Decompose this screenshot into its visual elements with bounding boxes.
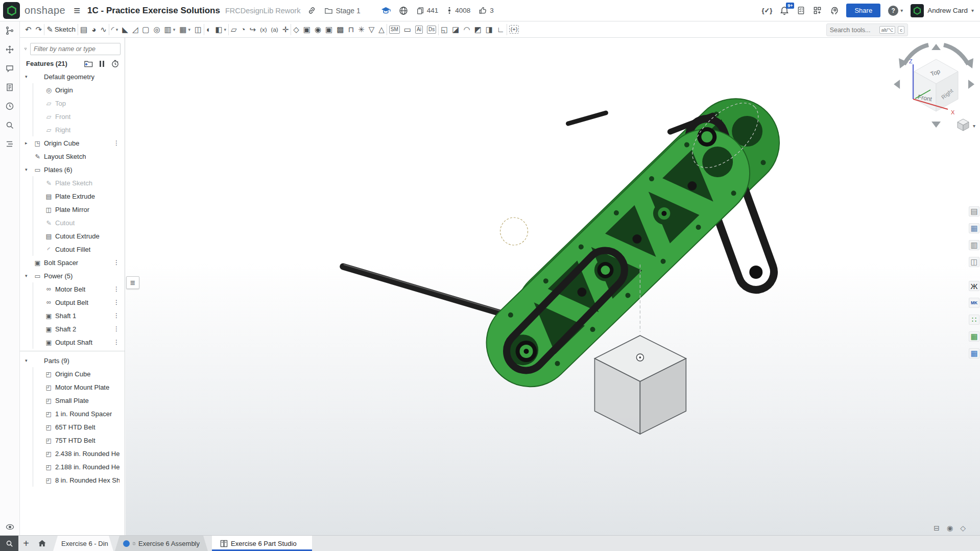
tree-row[interactable]: ◰ 8 in. Rounded Hex Shaft [20,473,125,487]
likes-stat[interactable]: 3 [479,6,494,15]
view-options-cube-icon[interactable] [958,119,969,131]
tree-row[interactable]: ◫ Plate Mirror [20,203,125,216]
measure-icon[interactable]: △ [376,23,387,36]
view-cube[interactable]: Top Front Right Z X [894,44,975,131]
chamfer-icon[interactable]: ◣ [120,23,130,36]
filter-feature-icon[interactable]: ▽ [367,23,377,36]
variable-icon[interactable]: (x) [258,23,269,36]
link-icon[interactable] [307,6,316,15]
tab-exercise6-part-studio[interactable]: Exercise 6 Part Studio [212,536,312,551]
tree-row[interactable]: ▾ ▭ Power (5) [20,269,125,282]
folder-name[interactable]: Stage 1 [336,7,360,15]
bolt-feature-icon[interactable]: ▣ [301,23,313,36]
standoff-shaft-2[interactable] [568,113,606,124]
tree-row[interactable]: ▱ Right [20,123,125,136]
rollback-bar-handle[interactable]: ≣ [126,276,139,289]
new-folder-icon[interactable] [84,60,93,68]
dots-app-icon[interactable]: ∷ [969,315,979,325]
view-options-caret-icon[interactable]: ▾ [973,123,975,129]
suspend-updates-icon[interactable] [100,61,104,67]
columns-panel-icon[interactable]: ◫ [969,257,979,267]
frame-icon[interactable]: ⊓ [346,23,356,36]
tree-row[interactable]: ◰ Motor Mount Plate [20,380,125,394]
sweep-icon[interactable]: ∿ [98,23,109,36]
tree-row[interactable]: ▤ Plate Extrude [20,189,125,203]
mate-connector-icon[interactable]: ✛ [280,23,291,36]
sheet-metal-icon[interactable]: SM [387,23,402,36]
3d-model[interactable] [343,81,798,434]
tree-row[interactable]: ◎ Origin [20,83,125,97]
origin-cube-part[interactable] [594,336,686,434]
butterfly-app-icon[interactable]: Ж [969,281,979,291]
tree-row[interactable]: ▣ Shaft 2 ⋮ [20,322,125,336]
graphics-canvas[interactable]: Top Front Right Z X [126,38,980,535]
menu-icon[interactable]: ≡ [74,5,80,16]
tree-row[interactable]: ◰ Origin Cube [20,367,125,380]
hole-icon[interactable]: ◎ [151,23,162,36]
composite-part-icon[interactable]: ◇ [291,23,301,36]
feature-filter-input[interactable] [30,43,121,55]
share-button[interactable]: Share [846,4,880,17]
search-tools-input[interactable] [830,27,877,34]
tree-chevron-icon[interactable]: ▾ [25,74,33,79]
rotate-left-arrow[interactable] [894,80,900,89]
add-tab-button[interactable]: + [18,536,34,551]
versions-icon[interactable] [5,26,15,36]
preview-icon[interactable] [5,522,15,532]
tab-feature-icon[interactable]: ◨ [484,23,495,36]
move-icon[interactable] [5,44,15,55]
tree-row[interactable]: ◰ 65T HTD Belt [20,420,125,434]
outline-icon[interactable] [5,139,15,149]
shelf-panel-icon[interactable]: ▤ [969,206,979,217]
list-panel-icon[interactable]: ▥ [969,240,979,250]
ground-plane-icon[interactable]: ◇ [960,524,966,532]
hem-icon[interactable]: ◠ [462,23,472,36]
tree-row[interactable]: ∞ Motor Belt ⋮ [20,282,125,296]
extrude-icon[interactable]: ▤ [78,23,89,36]
corner-icon[interactable]: ◩ [472,23,484,36]
drawing-studio-icon[interactable]: Ds [425,23,438,36]
tree-row[interactable]: ✎ Cutout [20,216,125,229]
tree-row[interactable]: ▾ Default geometry [20,70,125,83]
tree-row[interactable]: ✎ Layout Sketch [20,150,125,163]
grid-panel-icon[interactable]: ▦ [969,223,979,233]
help-icon[interactable]: ? [888,6,898,16]
tree-chevron-icon[interactable]: ▾ [25,273,33,278]
notes-icon[interactable] [5,82,15,92]
regenerate-timer-icon[interactable] [111,59,119,68]
draft-icon[interactable]: ◿ [130,23,140,36]
tree-row[interactable]: ▤ Cutout Extrude [20,229,125,243]
sheet-metal-flat-icon[interactable]: ▭ [402,23,413,36]
tab-exercise6-dimensions[interactable]: Exercise 6 - Din [53,536,113,551]
roll-ccw-arrow[interactable] [904,45,928,64]
comments-icon[interactable] [5,63,15,74]
mk-app-icon[interactable]: MK [969,298,979,308]
tree-row[interactable]: ▱ Front [20,110,125,123]
tree-row[interactable]: ▸ ◳ Origin Cube ⋮ [20,136,125,150]
mirror-icon[interactable]: ◫ [193,23,204,36]
appearance-icon[interactable]: ▩ [334,23,346,36]
tree-row[interactable]: ▣ Shaft 1 ⋮ [20,309,125,322]
tree-row[interactable]: ▾ Parts (9) [20,354,125,367]
search-icon[interactable] [5,120,15,130]
shell-icon[interactable]: ▢ [140,23,151,36]
revolve-icon[interactable]: ◕ [89,23,98,36]
table-app-blue-icon[interactable]: ▦ [969,348,979,358]
onshape-logo[interactable] [3,2,20,19]
nodes-stat[interactable]: 4008 [446,6,470,15]
tree-chevron-icon[interactable]: ▾ [25,167,33,172]
notifications-bell-icon[interactable]: 9+ [780,6,789,15]
featurescript-check-icon[interactable]: {✓} [761,7,772,14]
avatar[interactable] [911,4,924,17]
undo-icon[interactable]: ↶ [23,23,34,36]
tree-row[interactable]: ◰ Small Plate [20,394,125,407]
tree-row[interactable]: ∞ Output Belt ⋮ [20,296,125,309]
variable-studio-icon[interactable]: (a) [269,23,280,36]
search-tabs-button[interactable] [0,536,18,551]
printer-icon[interactable]: ⊟ [934,524,940,532]
thicken-icon[interactable]: ▥ ▾ [162,23,178,36]
filter-funnel-icon[interactable] [24,45,27,53]
table-app-green-icon[interactable]: ▦ [969,331,979,342]
flange-icon[interactable]: ◱ [439,23,450,36]
plane-icon[interactable]: ▱ [229,23,239,36]
